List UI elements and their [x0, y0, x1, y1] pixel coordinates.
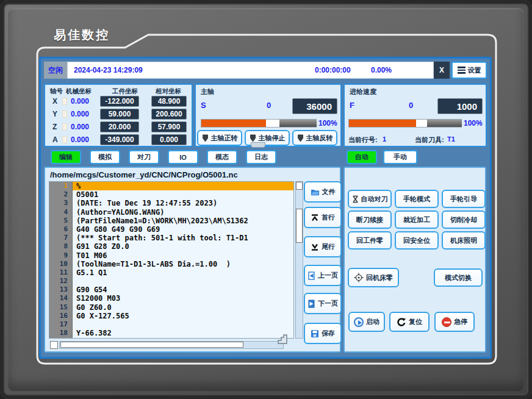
prev-page-icon [307, 271, 315, 280]
tab-auto[interactable]: 自动 [347, 150, 377, 164]
tool-break-resume-button[interactable]: 断刀续接 [348, 210, 392, 229]
auto-toolset-button[interactable]: 自动对刀 [348, 190, 392, 208]
code-line[interactable]: 7(*** Start path: 501-1 with tool: T1-D1 [49, 234, 293, 242]
last-line-button[interactable]: 尾行 [304, 236, 342, 257]
tab-io[interactable]: IO [168, 150, 198, 164]
horizontal-scrollbar[interactable] [59, 341, 284, 349]
handwheel-mode-button[interactable]: 手轮模式 [395, 190, 439, 208]
line-number: 5 [49, 217, 73, 225]
machine-zero-button[interactable]: 回机床零 [348, 268, 399, 287]
code-line[interactable]: 4(Author=YALONG.WANG) [49, 208, 293, 217]
close-button[interactable]: X [434, 62, 450, 79]
code-line[interactable]: 19G43 Z20.557 H01 [49, 337, 293, 339]
spindle-override-thumb[interactable] [279, 120, 317, 127]
auto-toolset-icon [352, 195, 359, 203]
mode-switch-button[interactable]: 模式切换 [434, 268, 483, 287]
code-line[interactable]: 16G0 X-127.565 [49, 312, 293, 320]
save-button[interactable]: 保存 [304, 323, 342, 344]
file-label: 文件 [322, 187, 336, 196]
first-line-button[interactable]: 首行 [304, 207, 342, 228]
next-page-label: 下一页 [318, 299, 338, 308]
tab-manual[interactable]: 手动 [383, 150, 417, 164]
code-line[interactable]: 14S12000 M03 [49, 294, 293, 303]
panel-handle[interactable] [251, 142, 265, 148]
code-line[interactable]: 5(PartFileName1=D:\WORK\MH\2023\AM\S1362 [49, 217, 293, 225]
safe-position-button[interactable]: 回安全位 [395, 231, 439, 250]
tab-toolset[interactable]: 对刀 [129, 150, 159, 164]
code-line[interactable]: 18Y-66.382 [49, 329, 293, 337]
machine-light-button[interactable]: 机床照明 [442, 231, 486, 250]
coolant-button[interactable]: 切削冷却 [442, 210, 486, 229]
feed-override-slider[interactable] [348, 119, 462, 128]
hscroll-left-box[interactable] [50, 341, 58, 349]
work-coord-value: 20.000 [100, 121, 139, 132]
spindle-ccw-button[interactable]: 主轴反转 [292, 130, 337, 146]
settings-button[interactable]: 设置 [451, 62, 487, 79]
nearby-machining-button[interactable]: 就近加工 [395, 210, 439, 229]
code-line[interactable]: 8G91 G28 Z0.0 [49, 242, 293, 251]
code-line[interactable]: 15G0 Z60.0 [49, 303, 293, 312]
spindle-stop-label: 主轴停止 [259, 134, 286, 143]
line-text: G0 Z60.0 [73, 303, 293, 312]
tab-simulate[interactable]: 模拟 [90, 150, 120, 164]
line-text: G5.1 Q1 [73, 268, 293, 277]
code-line[interactable]: 11G5.1 Q1 [49, 268, 293, 277]
line-number: 17 [49, 320, 73, 329]
axis-row-y: Y 0.000 59.000 200.600 [45, 109, 192, 120]
status-strip: 2024-04-23 14:29:09 0:00:00:00 0.00% [67, 62, 434, 79]
start-play-icon [354, 317, 364, 327]
work-zero-label: 回工件零 [356, 236, 383, 245]
hscrollbar-thumb[interactable] [60, 342, 243, 348]
vertical-scrollbar[interactable] [295, 181, 303, 339]
line-text: G40 G80 G49 G90 G69 [73, 225, 293, 234]
machine-coord-value: 0.000 [71, 123, 89, 131]
safe-position-label: 回安全位 [403, 236, 430, 245]
prev-page-button[interactable]: 上一页 [304, 265, 342, 286]
line-text [73, 320, 293, 329]
machine-zero-target-icon [354, 273, 364, 282]
code-line[interactable]: 17 [49, 320, 293, 329]
spindle-speed-set: 36000 [292, 98, 337, 114]
tab-modal[interactable]: 模态 [207, 150, 237, 164]
scrollbar-top-box[interactable] [296, 182, 303, 190]
machine-status-badge: 空闲 [44, 62, 67, 79]
line-text: (DATE: Tue Dec 19 12:47:55 2023) [73, 199, 293, 207]
code-line[interactable]: 1% [49, 182, 293, 190]
code-line[interactable]: 2O5001 [49, 190, 293, 199]
line-text: (PartFileName1=D:\WORK\MH\2023\AM\S1362 [73, 217, 293, 225]
resize-grip-icon[interactable] [277, 334, 288, 345]
reset-label: 复位 [409, 317, 422, 326]
code-line[interactable]: 9T01 M06 [49, 251, 293, 260]
spindle-override-slider[interactable] [201, 119, 317, 128]
tab-edit[interactable]: 编辑 [51, 150, 81, 164]
machine-coord-value: 0.000 [71, 97, 89, 106]
spindle-cw-button[interactable]: 主轴正转 [197, 130, 242, 146]
work-coord-value: -349.000 [100, 134, 139, 145]
work-coord-value: -122.000 [100, 96, 139, 107]
scrollbar-thumb[interactable] [296, 209, 303, 243]
line-number: 9 [49, 251, 73, 260]
progress-percent-text: 0.00% [371, 66, 392, 74]
code-line[interactable]: 6G40 G80 G49 G90 G69 [49, 225, 293, 234]
save-icon [311, 329, 319, 338]
spindle-override-fill [201, 120, 266, 127]
work-zero-button[interactable]: 回工件零 [348, 231, 392, 250]
gcode-editor[interactable]: 1% 2O5001 3(DATE: Tue Dec 19 12:47:55 20… [49, 181, 294, 339]
handwheel-guide-button[interactable]: 手轮引导 [442, 190, 486, 208]
tab-log[interactable]: 日志 [246, 150, 276, 164]
feed-override-thumb[interactable] [427, 120, 462, 127]
handwheel-mode-label: 手轮模式 [403, 195, 430, 204]
code-line[interactable]: 13G90 G54 [49, 286, 293, 294]
axis-label: X [52, 97, 57, 106]
start-button[interactable]: 启动 [348, 312, 385, 332]
code-line[interactable]: 10(ToolName=T1-D1-3L-ABS Dia.=1.00 ) [49, 260, 293, 268]
col-header-machine: 机械坐标 [66, 87, 92, 96]
estop-button[interactable]: 急停 [434, 312, 475, 332]
menu-icon [458, 66, 466, 74]
reset-button[interactable]: 复位 [389, 312, 430, 332]
current-line-value: 1 [383, 135, 386, 143]
file-button[interactable]: 文件 [304, 181, 342, 203]
code-line[interactable]: 12 [49, 277, 293, 286]
code-line[interactable]: 3(DATE: Tue Dec 19 12:47:55 2023) [49, 199, 293, 207]
next-page-button[interactable]: 下一页 [304, 293, 342, 314]
